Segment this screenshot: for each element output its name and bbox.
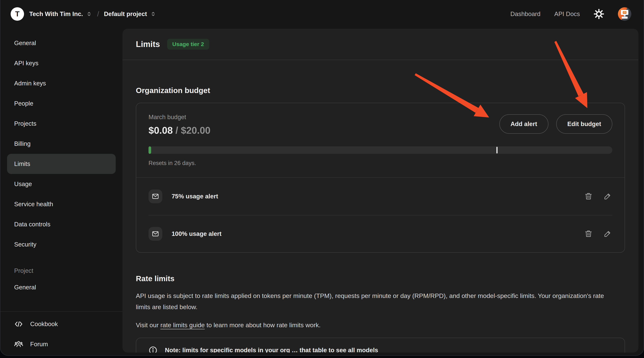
avatar-stand-graphic	[624, 15, 626, 17]
rate-limits-paragraph: API usage is subject to rate limits appl…	[136, 290, 606, 312]
budget-progress-marker	[496, 147, 498, 153]
breadcrumb-separator: /	[97, 10, 99, 18]
sidebar-nav: General API keys Admin keys People Proje…	[0, 33, 122, 254]
org-name[interactable]: Tech With Tim Inc.	[29, 11, 83, 18]
budget-separator: /	[173, 125, 181, 136]
sidebar-item-project-general[interactable]: General	[7, 277, 116, 297]
note-text: Note: limits for specific models in your…	[165, 346, 378, 352]
people-icon	[14, 340, 23, 349]
sidebar-item-data-controls[interactable]: Data controls	[7, 214, 116, 234]
sidebar-item-cookbook[interactable]: Cookbook	[7, 314, 116, 334]
budget-progress-bar	[148, 146, 612, 154]
usage-tier-badge: Usage tier 2	[167, 39, 209, 50]
project-name[interactable]: Default project	[104, 11, 147, 18]
breadcrumb: T Tech With Tim Inc. / Default project	[10, 7, 156, 21]
usage-alert-row: 100% usage alert	[148, 215, 612, 252]
budget-actions: Add alert Edit budget	[500, 114, 612, 134]
sidebar-project-nav: General	[0, 277, 122, 297]
visit-text-pre: Visit our	[136, 321, 160, 328]
alert-actions	[584, 192, 612, 200]
header-nav: Dashboard API Docs </>	[510, 7, 631, 21]
info-icon	[148, 346, 158, 352]
mail-chip	[148, 227, 162, 241]
sidebar-footer: Cookbook Forum	[0, 311, 122, 355]
edit-alert-button[interactable]	[604, 230, 612, 238]
sidebar-item-limits[interactable]: Limits	[7, 154, 116, 174]
sidebar-item-api-keys[interactable]: API keys	[7, 53, 116, 73]
sidebar-item-security[interactable]: Security	[7, 234, 116, 254]
main-panel: Limits Usage tier 2 Organization budget …	[122, 29, 638, 352]
budget-resets-text: Resets in 26 days.	[148, 160, 612, 177]
top-header: T Tech With Tim Inc. / Default project D…	[0, 0, 644, 28]
sidebar-item-usage[interactable]: Usage	[7, 174, 116, 194]
alert-label: 75% usage alert	[172, 193, 584, 200]
sidebar: General API keys Admin keys People Proje…	[0, 28, 122, 355]
rate-limits-visit-line: Visit our rate limits guide to learn mor…	[136, 321, 625, 329]
trash-icon	[584, 192, 592, 200]
edit-alert-button[interactable]	[604, 192, 612, 200]
budget-total: $20.00	[181, 125, 210, 136]
budget-progress-fill	[148, 146, 151, 154]
nav-dashboard-link[interactable]: Dashboard	[510, 11, 540, 18]
org-budget-heading: Organization budget	[136, 86, 625, 95]
budget-card-top: March budget $0.08 / $20.00 Add alert Ed…	[148, 103, 612, 136]
trash-icon	[584, 230, 592, 238]
sidebar-item-projects[interactable]: Projects	[7, 114, 116, 134]
sidebar-item-admin-keys[interactable]: Admin keys	[7, 73, 116, 93]
sidebar-item-service-health[interactable]: Service health	[7, 194, 116, 214]
budget-amount-block: March budget $0.08 / $20.00	[148, 114, 210, 136]
page-title: Limits	[136, 40, 160, 49]
budget-period-label: March budget	[148, 114, 210, 121]
budget-card: March budget $0.08 / $20.00 Add alert Ed…	[136, 103, 625, 253]
org-avatar[interactable]: T	[10, 7, 24, 21]
delete-alert-button[interactable]	[584, 192, 592, 200]
sidebar-item-billing[interactable]: Billing	[7, 134, 116, 154]
sidebar-item-forum[interactable]: Forum	[7, 334, 116, 354]
sidebar-item-people[interactable]: People	[7, 93, 116, 114]
gear-icon[interactable]	[594, 9, 604, 19]
pencil-icon	[604, 230, 612, 238]
nav-api-docs-link[interactable]: API Docs	[554, 11, 580, 18]
rate-limits-guide-link[interactable]: rate limits guide	[160, 321, 205, 328]
code-icon	[14, 319, 23, 328]
app-window: T Tech With Tim Inc. / Default project D…	[0, 0, 644, 356]
content-row: General API keys Admin keys People Proje…	[0, 28, 644, 355]
visit-text-post: to learn more about how rate limits work…	[205, 321, 321, 328]
profile-avatar[interactable]: </>	[618, 7, 631, 21]
delete-alert-button[interactable]	[584, 230, 592, 238]
budget-spent: $0.08	[148, 125, 173, 136]
edit-budget-button[interactable]: Edit budget	[556, 114, 612, 134]
sidebar-item-label: Cookbook	[30, 320, 58, 328]
alert-label: 100% usage alert	[172, 230, 584, 237]
usage-alert-row: 75% usage alert	[148, 178, 612, 215]
avatar-keyboard-graphic	[622, 17, 628, 19]
add-alert-button[interactable]: Add alert	[500, 114, 548, 134]
mail-chip	[148, 189, 162, 203]
sidebar-section-project-label: Project	[0, 264, 122, 277]
sidebar-item-general[interactable]: General	[7, 33, 116, 53]
org-switcher-chevron-icon[interactable]	[86, 11, 92, 17]
sidebar-item-label: Forum	[30, 341, 48, 348]
rate-limits-heading: Rate limits	[136, 274, 625, 283]
rate-limits-note-card: Note: limits for specific models in your…	[136, 338, 625, 352]
alert-actions	[584, 230, 612, 238]
avatar-monitor-graphic: </>	[621, 10, 628, 15]
page-title-row: Limits Usage tier 2	[122, 29, 638, 60]
project-switcher-chevron-icon[interactable]	[150, 11, 156, 17]
pencil-icon	[604, 192, 612, 200]
budget-amount: $0.08 / $20.00	[148, 125, 210, 136]
